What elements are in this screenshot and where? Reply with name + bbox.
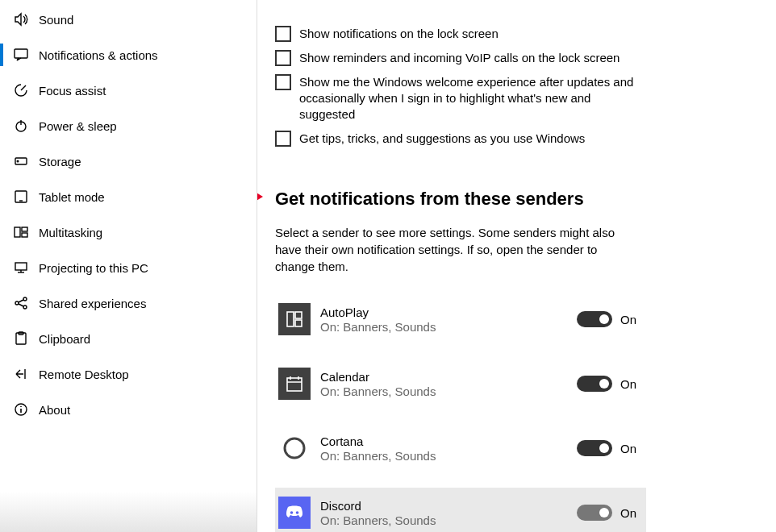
- svg-rect-18: [295, 312, 302, 318]
- svg-rect-5: [15, 227, 20, 237]
- svg-rect-0: [15, 49, 27, 58]
- arrow-annotation-icon: [257, 182, 263, 211]
- sender-row-discord[interactable]: Discord On: Banners, Sounds On: [275, 488, 646, 532]
- sidebar-fade: [0, 492, 257, 532]
- sender-toggle[interactable]: [577, 311, 612, 327]
- sidebar: Sound Notifications & actions Focus assi…: [0, 0, 257, 532]
- cortana-icon: [278, 432, 311, 464]
- sidebar-item-label: Storage: [39, 155, 81, 168]
- sender-status: On: Banners, Sounds: [320, 320, 577, 334]
- svg-rect-7: [22, 233, 27, 237]
- sidebar-item-storage[interactable]: Storage: [0, 143, 257, 179]
- sidebar-item-label: Projecting to this PC: [39, 261, 148, 275]
- svg-rect-17: [287, 312, 294, 326]
- svg-point-21: [285, 438, 304, 458]
- autoplay-icon: [278, 303, 311, 335]
- sender-status: On: Banners, Sounds: [320, 449, 577, 463]
- checkbox-icon[interactable]: [275, 131, 291, 147]
- checkbox-label: Get tips, tricks, and suggestions as you…: [299, 131, 585, 147]
- sender-row-autoplay[interactable]: AutoPlay On: Banners, Sounds On: [275, 294, 646, 344]
- sidebar-item-tablet-mode[interactable]: Tablet mode: [0, 179, 257, 214]
- checkbox-lock-screen-reminders[interactable]: Show reminders and incoming VoIP calls o…: [275, 50, 758, 66]
- senders-list: AutoPlay On: Banners, Sounds On Calendar…: [275, 294, 646, 532]
- sender-name: AutoPlay: [320, 305, 577, 319]
- shared-icon: [13, 295, 29, 311]
- sidebar-item-sound[interactable]: Sound: [0, 2, 257, 37]
- storage-icon: [13, 153, 29, 169]
- sidebar-item-label: Remote Desktop: [39, 368, 129, 381]
- svg-rect-19: [295, 320, 302, 326]
- power-icon: [13, 118, 29, 134]
- sender-toggle[interactable]: [577, 505, 612, 521]
- toggle-state-label: On: [620, 377, 636, 391]
- sidebar-item-label: Notifications & actions: [39, 48, 158, 62]
- svg-point-9: [15, 301, 19, 305]
- tablet-icon: [13, 189, 29, 205]
- checkbox-tips-suggestions[interactable]: Get tips, tricks, and suggestions as you…: [275, 131, 758, 147]
- sidebar-item-multitasking[interactable]: Multitasking: [0, 214, 257, 250]
- focus-assist-icon: [13, 82, 29, 98]
- checkbox-label: Show me the Windows welcome experience a…: [299, 74, 638, 123]
- calendar-icon: [278, 368, 311, 400]
- checkbox-icon[interactable]: [275, 50, 291, 66]
- sidebar-item-label: Focus assist: [39, 84, 106, 98]
- sidebar-item-notifications[interactable]: Notifications & actions: [0, 37, 257, 73]
- checkbox-welcome-experience[interactable]: Show me the Windows welcome experience a…: [275, 74, 758, 123]
- svg-point-22: [290, 511, 294, 514]
- checkbox-icon[interactable]: [275, 26, 291, 42]
- senders-description: Select a sender to see more settings. So…: [275, 224, 638, 275]
- checkbox-label: Show reminders and incoming VoIP calls o…: [299, 50, 620, 66]
- sidebar-item-label: Shared experiences: [39, 297, 146, 310]
- multitasking-icon: [13, 224, 29, 240]
- sidebar-item-focus-assist[interactable]: Focus assist: [0, 73, 257, 108]
- sender-name: Discord: [320, 499, 577, 513]
- sidebar-item-label: Sound: [39, 13, 73, 27]
- svg-point-11: [23, 305, 27, 309]
- svg-point-23: [296, 511, 299, 514]
- sender-row-cortana[interactable]: Cortana On: Banners, Sounds On: [275, 423, 646, 473]
- sound-icon: [13, 11, 29, 27]
- svg-rect-8: [15, 263, 27, 270]
- svg-rect-20: [287, 378, 302, 391]
- sender-row-calendar[interactable]: Calendar On: Banners, Sounds On: [275, 359, 646, 409]
- toggle-state-label: On: [620, 442, 636, 455]
- senders-heading: Get notifications from these senders: [275, 189, 758, 210]
- toggle-state-label: On: [620, 313, 636, 326]
- sidebar-item-shared[interactable]: Shared experiences: [0, 285, 257, 321]
- projecting-icon: [13, 260, 29, 276]
- sidebar-item-power-sleep[interactable]: Power & sleep: [0, 108, 257, 143]
- toggle-state-label: On: [620, 506, 636, 520]
- discord-icon: [278, 497, 311, 529]
- checkbox-label: Show notifications on the lock screen: [299, 26, 499, 42]
- sidebar-item-label: Clipboard: [39, 332, 90, 346]
- sender-toggle[interactable]: [577, 376, 612, 392]
- about-icon: [13, 401, 29, 418]
- sidebar-item-remote-desktop[interactable]: Remote Desktop: [0, 356, 257, 392]
- sidebar-item-clipboard[interactable]: Clipboard: [0, 321, 257, 356]
- sidebar-item-about[interactable]: About: [0, 392, 257, 427]
- sidebar-item-projecting[interactable]: Projecting to this PC: [0, 250, 257, 285]
- clipboard-icon: [13, 330, 29, 347]
- sender-toggle[interactable]: [577, 440, 612, 456]
- svg-rect-6: [22, 227, 27, 231]
- svg-marker-16: [257, 187, 263, 206]
- sender-status: On: Banners, Sounds: [320, 513, 577, 527]
- notification-options: Show notifications on the lock screen Sh…: [275, 26, 758, 147]
- sender-name: Cortana: [320, 434, 577, 448]
- main-panel: Show notifications on the lock screen Sh…: [257, 0, 776, 532]
- checkbox-icon[interactable]: [275, 74, 291, 90]
- svg-point-10: [23, 297, 27, 301]
- remote-desktop-icon: [13, 366, 29, 382]
- sender-name: Calendar: [320, 370, 577, 384]
- notifications-icon: [13, 47, 29, 63]
- sidebar-item-label: Tablet mode: [39, 190, 105, 204]
- sidebar-item-label: About: [39, 403, 70, 417]
- sender-status: On: Banners, Sounds: [320, 384, 577, 398]
- sidebar-item-label: Multitasking: [39, 226, 102, 239]
- sidebar-item-label: Power & sleep: [39, 119, 117, 133]
- checkbox-lock-screen-notifications[interactable]: Show notifications on the lock screen: [275, 26, 758, 42]
- svg-point-3: [17, 160, 19, 162]
